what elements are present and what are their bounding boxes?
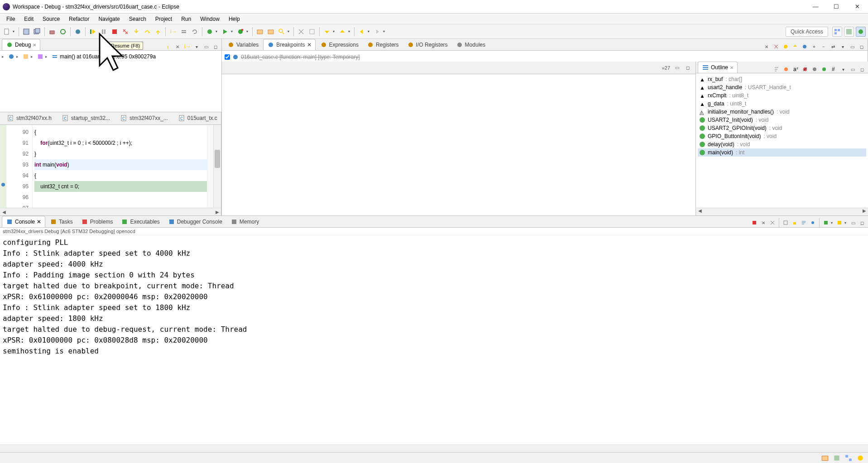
maximize-view-button[interactable]: ◻ [858,43,866,50]
minimize-view-button[interactable]: ▭ [202,43,210,50]
new-button[interactable] [2,27,12,37]
goto-button[interactable] [791,43,799,50]
minimize-editor-button[interactable]: ▭ [673,64,681,72]
close-button[interactable]: ✕ [851,2,863,11]
bottom-tab-executables[interactable]: Executables [117,216,163,227]
perspective-resource-button[interactable] [832,27,842,37]
outline-item[interactable]: ▲g_data : uint8_t [698,100,866,108]
scroll-right-icon[interactable]: ▶ [860,208,868,215]
editor-tab[interactable]: cstartup_stm32... [57,112,115,124]
horizontal-scrollbar[interactable]: ◀ ▶ [0,208,221,215]
minimize-view-button[interactable]: ▭ [849,66,857,73]
debug-launch-button[interactable] [205,27,215,37]
perspective-cpp-button[interactable] [844,27,854,37]
close-icon[interactable]: ✕ [730,65,734,70]
dropdown-icon[interactable]: ▾ [368,29,371,33]
view-menu-button[interactable]: ▾ [839,43,847,50]
toggle-mark-button[interactable] [296,27,306,37]
outline-item[interactable]: USART2_Init(void) : void [698,116,866,124]
scroll-right-icon[interactable]: ▶ [213,210,221,215]
perspective-debug-button[interactable] [856,27,866,37]
next-annotation-button[interactable] [322,27,332,37]
remove-button[interactable]: ✕ [762,43,771,50]
build-button[interactable] [47,27,57,37]
step-return-button[interactable] [153,27,163,37]
minimize-view-button[interactable]: ▭ [849,219,857,226]
editor-tab[interactable]: cstm32f407xx_... [115,112,173,124]
overview-ruler[interactable] [207,125,213,207]
dropdown-icon[interactable]: ▾ [831,221,834,225]
heap-status-icon[interactable] [833,454,841,462]
outline-item[interactable]: USART2_GPIOInit(void) : void [698,124,866,132]
tree-expand-icon[interactable]: ▸ [45,54,50,59]
outline-tree[interactable]: ▲rx_buf : char[]▲usart2_handle : USART_H… [696,73,868,208]
step-over-button[interactable] [142,27,152,37]
open-console-button[interactable] [835,219,844,226]
status-icon[interactable] [821,454,829,462]
toggle-button[interactable] [179,27,189,37]
editor-tab[interactable]: cstm32f407xx.h [2,112,57,124]
breakpoint-marker[interactable] [0,179,6,190]
outline-item[interactable]: ▲usart2_handle : USART_Handle_t [698,83,866,91]
back-button[interactable] [357,27,367,37]
bottom-tab-problems[interactable]: Problems [77,216,117,227]
dropdown-icon[interactable]: ▾ [13,29,16,33]
inspector-tab-expressions[interactable]: Expressions [317,39,362,50]
step-into-button[interactable] [131,27,141,37]
scroll-lock-button[interactable] [791,219,799,226]
outline-item[interactable]: ▲rx_buf : char[] [698,75,866,83]
close-icon[interactable]: ✕ [33,43,36,48]
menu-window[interactable]: Window [196,14,224,24]
console-output[interactable]: configuring PLL Info : Stlink adapter sp… [0,235,868,444]
breakpoints-list[interactable]: 016uart_case.c [function: main] [type: T… [222,51,868,62]
filter-fields-button[interactable] [782,66,790,73]
menu-project[interactable]: Project [151,14,177,24]
vertical-scrollbar[interactable] [213,125,221,207]
close-icon[interactable]: ✕ [307,42,312,48]
search-button[interactable] [277,27,287,37]
editor-overflow-indicator[interactable]: »27 [662,65,670,71]
view-menu-button[interactable]: ▾ [839,66,847,73]
editor-tab[interactable]: c015uart_tx.c [173,112,221,124]
pin-console-button[interactable] [809,219,817,226]
dropdown-icon[interactable]: ▾ [348,29,352,33]
terminate-console-button[interactable] [750,219,758,226]
group-includes-button[interactable]: # [830,66,838,73]
view-menu-button[interactable]: ▾ [192,43,201,50]
remove-all-terminated-button[interactable] [768,219,777,226]
menu-refactor[interactable]: Refactor [64,14,94,24]
outline-item[interactable]: delay(void) : void [698,140,866,148]
inspector-tab-modules[interactable]: Modules [452,39,489,50]
terminate-button[interactable] [110,27,120,37]
menu-edit[interactable]: Edit [19,14,38,24]
updates-icon[interactable] [844,454,853,462]
menu-search[interactable]: Search [125,14,151,24]
editor-body[interactable]: 9091929394959697 { for(uint32_t i = 0 ; … [0,125,221,215]
outline-item[interactable]: ◬initialise_monitor_handles() : void [698,108,866,116]
menu-run[interactable]: Run [177,14,196,24]
outline-item[interactable]: main(void) : int [698,148,866,157]
tree-expand-icon[interactable]: ▸ [16,54,21,59]
inspector-tab-breakpoints[interactable]: Breakpoints✕ [263,39,315,50]
scroll-left-icon[interactable]: ◀ [0,210,8,215]
open-task-button[interactable] [266,27,276,37]
skip-breakpoints-button[interactable] [73,27,83,37]
breakpoint-ruler[interactable] [0,125,6,215]
show-button[interactable] [782,43,790,50]
debug-tab[interactable]: Debug ✕ [2,39,40,50]
bottom-tab-tasks[interactable]: Tasks [46,216,77,227]
filter-static-button[interactable]: aᶻ [791,66,800,73]
disconnect-button[interactable] [120,27,130,37]
minimize-button[interactable]: — [809,2,822,11]
filter-inactive-button[interactable] [810,66,819,73]
forward-button[interactable] [372,27,382,37]
menu-navigate[interactable]: Navigate [94,14,124,24]
scroll-left-icon[interactable]: ◀ [696,208,704,215]
link-button[interactable]: ⇄ [829,43,837,50]
clear-console-button[interactable] [782,219,790,226]
instruction-step-button[interactable]: i→ [168,27,178,37]
save-all-button[interactable] [32,27,42,37]
restart-button[interactable] [190,27,200,37]
prev-annotation-button[interactable] [337,27,347,37]
link-editor-button[interactable] [820,66,828,73]
